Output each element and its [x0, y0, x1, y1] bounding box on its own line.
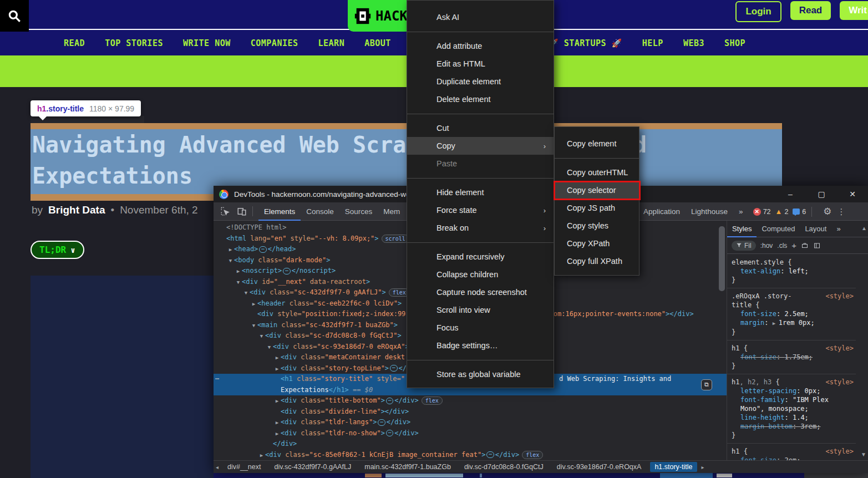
- element-class-toggle[interactable]: .cls: [777, 242, 787, 250]
- tree-row[interactable]: </div>: [214, 439, 727, 450]
- read-button[interactable]: Read: [790, 1, 831, 20]
- twisty-down-icon[interactable]: ▼: [250, 321, 257, 332]
- submenu-item-copy-outerhtml[interactable]: Copy outerHTML: [555, 164, 639, 181]
- context-menu-item-copy[interactable]: Copy›: [407, 137, 554, 155]
- inspect-element-icon[interactable]: [220, 206, 230, 216]
- tree-row[interactable]: <div class="divider-line"></div>: [214, 406, 727, 418]
- submenu-item-copy-styles[interactable]: Copy styles: [555, 217, 639, 235]
- twisty-down-icon[interactable]: ▼: [235, 277, 242, 288]
- warning-badge[interactable]: ▲ 2: [775, 207, 789, 216]
- scroll-up-arrow[interactable]: ▲: [861, 225, 867, 231]
- tab-lighthouse[interactable]: Lighthouse: [686, 202, 733, 221]
- context-menu-item-ask-ai[interactable]: Ask AI: [407, 8, 554, 26]
- css-declaration[interactable]: text-align: left;: [732, 267, 856, 276]
- nav-item-write-now[interactable]: WRITE NOW: [183, 38, 231, 48]
- css-selector[interactable]: h1 {: [732, 344, 815, 353]
- message-badge[interactable]: 6: [793, 208, 806, 216]
- tree-row[interactable]: ▶<div class="tldr-langs">⋯</div>: [214, 417, 727, 428]
- expand-ellipsis-icon[interactable]: ⋯: [486, 451, 494, 458]
- nav-item-read[interactable]: READ: [64, 38, 85, 48]
- settings-gear-icon[interactable]: ⚙: [823, 206, 831, 217]
- twisty-right-icon[interactable]: ▶: [235, 266, 242, 277]
- nav-item-learn[interactable]: LEARN: [318, 38, 345, 48]
- context-menu-item-edit-as-html[interactable]: Edit as HTML: [407, 55, 554, 73]
- twisty-down-icon[interactable]: ▼: [266, 342, 273, 353]
- tab-elements[interactable]: Elements: [258, 202, 301, 221]
- css-declaration[interactable]: font-size: 2.5em;: [732, 309, 856, 318]
- stylesheet-link[interactable]: <style>: [825, 447, 854, 456]
- breadcrumb-item-main-sc-432df9f7-1-buazgb[interactable]: main.sc-432df9f7-1.buaZGb: [360, 462, 455, 472]
- nav-item-web3[interactable]: WEB3: [683, 38, 704, 48]
- scrollbar-thumb[interactable]: [719, 226, 725, 291]
- badge-flex[interactable]: flex: [522, 451, 543, 459]
- styles-tab-layout[interactable]: Layout: [800, 221, 831, 237]
- context-menu-item-break-on[interactable]: Break on›: [407, 219, 554, 237]
- context-menu-item-hide-element[interactable]: Hide element: [407, 184, 554, 201]
- stylesheet-link[interactable]: <style>: [825, 378, 854, 387]
- expand-ellipsis-icon[interactable]: ⋯: [386, 430, 393, 436]
- breadcrumb-item-div-next[interactable]: div#__next: [223, 462, 265, 472]
- tab-sources[interactable]: Sources: [339, 202, 378, 221]
- login-button[interactable]: Login: [735, 1, 781, 22]
- nav-item-startups[interactable]: 🚀 STARTUPS 🚀: [548, 38, 622, 48]
- tree-row[interactable]: ▶<div class="sc-85e0f862-1 kCnEjB image_…: [214, 450, 727, 461]
- submenu-item-copy-xpath[interactable]: Copy XPath: [555, 235, 639, 252]
- css-selector[interactable]: .eROqxA .story-title {: [732, 292, 815, 309]
- expand-value-icon[interactable]: ▶: [773, 321, 779, 326]
- context-menu-item-store-as-global-variable[interactable]: Store as global variable: [407, 365, 554, 383]
- expand-ellipsis-icon[interactable]: ⋯: [390, 365, 397, 372]
- error-badge[interactable]: ✕ 72: [753, 208, 771, 216]
- tab-application[interactable]: Application: [638, 202, 686, 221]
- submenu-item-copy-full-xpath[interactable]: Copy full XPath: [555, 252, 639, 270]
- reveal-node-icon[interactable]: ⧉: [701, 379, 712, 390]
- context-menu-item-force-state[interactable]: Force state›: [407, 201, 554, 219]
- expand-ellipsis-icon[interactable]: ⋯: [378, 419, 385, 426]
- context-menu-item-collapse-children[interactable]: Collapse children: [407, 266, 554, 283]
- css-selector[interactable]: element.style {: [732, 258, 815, 267]
- twisty-down-icon[interactable]: ▼: [258, 331, 265, 342]
- context-menu-item-cut[interactable]: Cut: [407, 119, 554, 137]
- nav-item-top-stories[interactable]: TOP STORIES: [105, 38, 163, 48]
- search-button[interactable]: [0, 0, 29, 32]
- elements-scrollbar[interactable]: [719, 226, 725, 456]
- nav-item-help[interactable]: HELP: [642, 38, 663, 48]
- context-menu-item-add-attribute[interactable]: Add attribute: [407, 37, 554, 55]
- expand-ellipsis-icon[interactable]: ⋯: [386, 398, 393, 404]
- breadcrumb-item-div-sc-93e186d7-0-eroqxa[interactable]: div.sc-93e186d7-0.eROqxA: [552, 462, 646, 472]
- scroll-down-arrow[interactable]: ▼: [861, 451, 866, 457]
- twisty-right-icon[interactable]: ▶: [273, 353, 281, 364]
- close-button[interactable]: ✕: [837, 186, 868, 202]
- context-menu-item-scroll-into-view[interactable]: Scroll into view: [407, 301, 554, 319]
- css-selector[interactable]: h1 {: [732, 447, 815, 456]
- expand-ellipsis-icon[interactable]: ⋯: [259, 246, 266, 253]
- css-declaration[interactable]: font-size: 2em;: [732, 456, 856, 460]
- styles-tab-computed[interactable]: Computed: [757, 221, 800, 237]
- context-menu-item-expand-recursively[interactable]: Expand recursively: [407, 248, 554, 266]
- twisty-right-icon[interactable]: ▶: [273, 418, 281, 429]
- breadcrumb-forward-icon[interactable]: ▸: [699, 464, 707, 470]
- context-menu-item-capture-node-screenshot[interactable]: Capture node screenshot: [407, 283, 554, 301]
- tree-row[interactable]: ▶<div class="title-bottom">⋯</div>flex: [214, 395, 727, 406]
- submenu-item-copy-js-path[interactable]: Copy JS path: [555, 199, 639, 217]
- css-declaration[interactable]: margin: ▶ 1rem 0px;: [732, 318, 856, 328]
- twisty-right-icon[interactable]: ▶: [273, 396, 281, 407]
- maximize-button[interactable]: ▢: [806, 186, 837, 202]
- tree-row[interactable]: ▶<div class="tldr-no-show">⋯</div>: [214, 428, 727, 439]
- write-button[interactable]: Writ: [840, 1, 868, 20]
- stylesheet-link[interactable]: <style>: [825, 292, 854, 301]
- nav-item-companies[interactable]: COMPANIES: [251, 38, 298, 48]
- context-menu-item-badge-settings[interactable]: Badge settings…: [407, 337, 554, 354]
- tab-console[interactable]: Console: [301, 202, 339, 221]
- device-toolbar-icon[interactable]: [237, 206, 247, 216]
- breadcrumb-item-div-sc-432df9f7-0-gaaflj[interactable]: div.sc-432df9f7-0.gAAfLJ: [270, 462, 356, 472]
- pseudo-state-toggle[interactable]: :hov: [760, 242, 773, 250]
- styles-more-tabs[interactable]: »: [831, 221, 845, 237]
- kebab-menu-icon[interactable]: ⋮: [837, 207, 846, 217]
- twisty-down-icon[interactable]: ▼: [242, 288, 250, 299]
- breadcrumb-back-icon[interactable]: ◂: [214, 464, 221, 470]
- twisty-right-icon[interactable]: ▶: [227, 245, 234, 256]
- twisty-right-icon[interactable]: ▶: [273, 429, 281, 440]
- minimize-button[interactable]: –: [775, 186, 806, 202]
- css-declaration[interactable]: font-family: "IBM Plex Mono", monospace;: [732, 395, 856, 413]
- styles-tab-styles[interactable]: Styles: [727, 221, 757, 237]
